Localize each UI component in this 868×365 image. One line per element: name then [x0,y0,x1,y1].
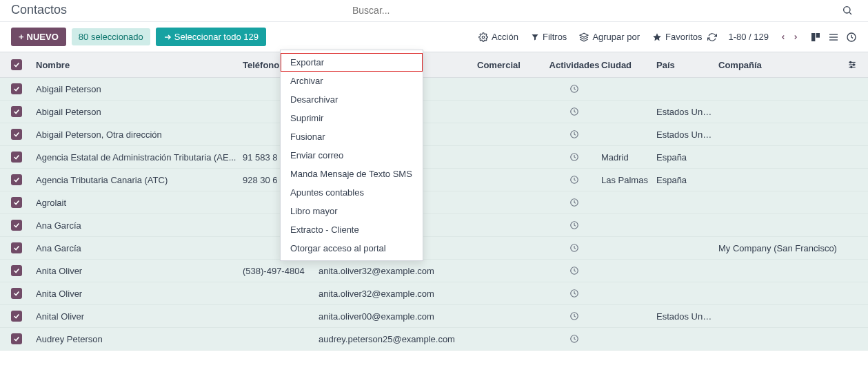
cell-country: Estados Unid... [656,129,718,140]
row-checkbox[interactable] [11,265,22,276]
action-menu-item[interactable]: Extracto - Cliente [281,220,423,239]
table-row[interactable]: Agencia Estatal de Administración Tribut… [0,146,868,169]
favorites-button[interactable]: Favoritos [652,32,702,42]
filters-button[interactable]: Filtros [531,32,567,42]
table-row[interactable]: Abigail Petersonple.comEstados Unid... [0,101,868,123]
action-menu-item[interactable]: Archivar [281,72,423,90]
cell-country: España [656,175,718,185]
table-row[interactable]: Ana García [0,214,868,237]
groupby-button[interactable]: Agrupar por [579,32,640,42]
action-menu-item[interactable]: Manda Mensaje de Texto SMS [281,165,423,183]
column-header-country[interactable]: País [656,60,718,70]
action-menu-item[interactable]: Apuntes contables [281,183,423,202]
clock-icon[interactable] [569,311,579,321]
svg-point-16 [853,64,854,65]
action-menu-item[interactable]: Enviar correo [281,146,423,165]
cell-name: Abigail Peterson [36,84,243,94]
column-header-activities[interactable]: Actividades [553,60,601,70]
action-menu-item[interactable]: Suprimir [281,109,423,127]
groupby-label: Agrupar por [592,32,640,42]
row-checkbox[interactable] [11,242,22,253]
row-checkbox[interactable] [11,220,22,231]
table-row[interactable]: Agencia Tributaria Canaria (ATC)928 30 6… [0,169,868,191]
clock-icon[interactable] [569,175,579,185]
clock-icon[interactable] [569,289,579,298]
clock-icon[interactable] [569,107,579,116]
clock-icon[interactable] [569,84,579,94]
svg-rect-6 [811,33,815,41]
action-menu-item[interactable]: Otorgar acceso al portal [281,239,423,258]
kanban-view-icon[interactable] [810,32,821,43]
column-header-city[interactable]: Ciudad [601,60,656,70]
table-row[interactable]: Anita Oliver(538)-497-4804anita.oliver32… [0,260,868,282]
action-dropdown-button[interactable]: Acción [478,32,518,42]
cell-name: Audrey Peterson [36,334,243,344]
clock-icon[interactable] [569,152,579,162]
cell-company: My Company (San Francisco) [718,243,842,253]
table-row[interactable]: Ana Garcíaana.garcia@example.comMy Compa… [0,237,868,260]
clock-icon[interactable] [569,243,579,253]
cell-name: Ana García [36,243,243,253]
column-header-company[interactable]: Compañía [718,60,842,70]
row-checkbox[interactable] [11,106,22,117]
table-row[interactable]: Abigail Peterson, Otra direcciónEstados … [0,123,868,146]
table-row[interactable]: Anita Oliveranita.oliver32@example.com [0,282,868,305]
cell-name: Agencia Estatal de Administración Tribut… [36,152,243,163]
clock-icon[interactable] [569,198,579,207]
column-options-icon[interactable] [847,60,857,70]
pager-next[interactable] [792,32,799,42]
refresh-icon[interactable] [707,32,717,42]
cell-name: Abigail Peterson, Otra dirección [36,129,243,140]
filters-label: Filtros [543,32,567,42]
search-input[interactable] [352,5,842,16]
row-checkbox[interactable] [11,152,22,163]
column-header-name[interactable]: Nombre [36,60,243,70]
svg-point-17 [851,66,852,67]
action-menu-item[interactable]: Desarchivar [281,90,423,109]
pager-text: 1-80 / 129 [728,32,769,42]
action-menu-item[interactable]: Exportar [281,53,423,72]
cell-name: Ana García [36,220,243,231]
row-checkbox[interactable] [11,333,22,344]
cell-email: anita.oliver32@example.com [319,289,477,299]
cell-email: anita.oliver00@example.com [319,311,477,322]
row-checkbox[interactable] [11,174,22,185]
action-menu-item[interactable]: Fusionar [281,127,423,146]
row-checkbox[interactable] [11,288,22,299]
table-row[interactable]: Audrey Petersonaudrey.peterson25@example… [0,328,868,351]
cell-name: Abigail Peterson [36,107,243,117]
svg-marker-4 [581,33,589,37]
new-button[interactable]: + NUEVO [11,28,66,46]
layers-icon [579,32,589,42]
cell-email: anita.oliver32@example.com [319,266,477,276]
select-all-checkbox[interactable] [11,59,22,70]
funnel-icon [531,33,539,41]
column-header-comercial[interactable]: Comercial [477,60,553,70]
cell-country: Estados Unid... [656,107,718,117]
pager-prev[interactable] [780,32,787,42]
search-icon[interactable] [842,5,857,16]
clock-icon[interactable] [569,129,579,139]
table-row[interactable]: Abigail Petersonple.com [0,78,868,101]
clock-icon[interactable] [569,334,579,344]
row-checkbox[interactable] [11,83,22,94]
list-view-icon[interactable] [828,32,839,43]
table-row[interactable]: Agrolait [0,191,868,214]
clock-icon[interactable] [569,266,579,275]
new-button-label: NUEVO [27,32,59,42]
cell-name: Agencia Tributaria Canaria (ATC) [36,175,243,185]
selection-count: 80 seleccionado [72,28,150,45]
row-checkbox[interactable] [11,129,22,140]
table-row[interactable]: Anital Oliveranita.oliver00@example.comE… [0,305,868,328]
row-checkbox[interactable] [11,311,22,322]
action-menu-item[interactable]: Libro mayor [281,202,423,220]
select-all-label: Seleccionar todo 129 [174,32,259,42]
svg-marker-5 [653,33,661,41]
clock-icon[interactable] [569,220,579,230]
svg-line-1 [849,12,851,14]
row-checkbox[interactable] [11,197,22,208]
select-all-button[interactable]: Seleccionar todo 129 [156,28,266,46]
arrow-right-icon [163,33,172,41]
page-title: Contactos [11,3,352,17]
activity-view-icon[interactable] [846,32,857,43]
